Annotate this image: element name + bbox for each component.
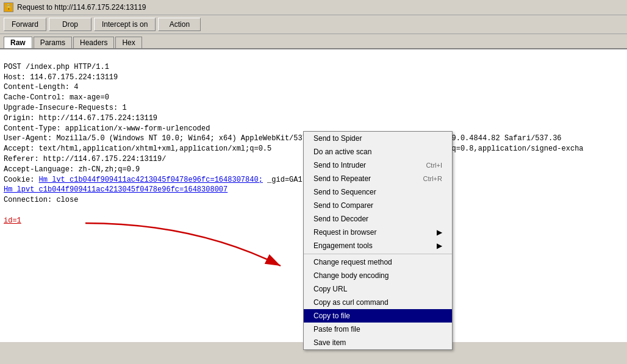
menu-item-save-item[interactable]: Save item <box>304 336 452 349</box>
menu-item-label: Send to Repeater <box>314 174 371 183</box>
body-param: id=1 <box>4 216 21 225</box>
connection-line: Connection: close <box>4 196 78 204</box>
menu-item-send-to-spider[interactable]: Send to Spider <box>304 132 452 145</box>
arrow-indicator <box>73 211 305 284</box>
menu-item-copy-url[interactable]: Copy URL <box>304 282 452 296</box>
menu-item-label: Save item <box>314 338 346 347</box>
menu-item-shortcut: Ctrl+I <box>426 162 442 169</box>
menu-item-do-an-active-scan[interactable]: Do an active scan <box>304 145 452 159</box>
cookie-link1: Hm_lvt_c1b044f909411ac4213045f0478e96fc=… <box>39 176 263 184</box>
tab-headers[interactable]: Headers <box>73 37 114 48</box>
menu-item-change-request-method[interactable]: Change request method <box>304 255 452 269</box>
context-menu: Send to SpiderDo an active scanSend to I… <box>303 131 453 350</box>
menu-item-send-to-comparer[interactable]: Send to Comparer <box>304 199 452 212</box>
request-line1: POST /index.php HTTP/1.1 Host: 114.67.17… <box>4 63 584 184</box>
menu-item-label: Paste from file <box>314 325 360 334</box>
menu-item-label: Request in browser <box>314 228 376 237</box>
tab-params[interactable]: Params <box>34 37 72 48</box>
menu-item-send-to-decoder[interactable]: Send to Decoder <box>304 212 452 226</box>
title-bar: 🔒 Request to http://114.67.175.224:13119 <box>0 0 627 15</box>
menu-item-label: Send to Sequencer <box>314 188 376 196</box>
menu-item-paste-from-file[interactable]: Paste from file <box>304 323 452 336</box>
menu-item-engagement-tools[interactable]: Engagement tools▶ <box>304 239 452 252</box>
tab-hex[interactable]: Hex <box>115 37 142 48</box>
title-text: Request to http://114.67.175.224:13119 <box>17 3 146 12</box>
title-icon: 🔒 <box>4 2 13 12</box>
menu-item-label: Copy as curl command <box>314 298 389 307</box>
menu-separator <box>304 254 452 254</box>
submenu-arrow-icon: ▶ <box>437 228 442 237</box>
menu-item-copy-to-file[interactable]: Copy to file <box>304 309 452 323</box>
intercept-button[interactable]: Intercept is on <box>94 18 156 31</box>
menu-item-send-to-intruder[interactable]: Send to IntruderCtrl+I <box>304 159 452 172</box>
menu-item-copy-as-curl-command[interactable]: Copy as curl command <box>304 296 452 309</box>
forward-button[interactable]: Forward <box>4 18 46 31</box>
toolbar: Forward Drop Intercept is on Action <box>0 15 627 34</box>
menu-item-label: Change request method <box>314 258 392 266</box>
menu-item-label: Engagement tools <box>314 241 373 250</box>
menu-item-change-body-encoding[interactable]: Change body encoding <box>304 269 452 282</box>
menu-item-shortcut: Ctrl+R <box>423 175 442 182</box>
action-button[interactable]: Action <box>158 18 201 31</box>
submenu-arrow-icon: ▶ <box>437 241 442 250</box>
menu-item-send-to-sequencer[interactable]: Send to Sequencer <box>304 185 452 199</box>
menu-item-label: Send to Comparer <box>314 201 373 210</box>
menu-item-label: Send to Decoder <box>314 215 368 223</box>
menu-item-label: Send to Intruder <box>314 161 366 170</box>
menu-item-request-in-browser[interactable]: Request in browser▶ <box>304 226 452 239</box>
menu-item-send-to-repeater[interactable]: Send to RepeaterCtrl+R <box>304 172 452 185</box>
menu-item-label: Do an active scan <box>314 148 371 156</box>
tab-raw[interactable]: Raw <box>4 37 32 48</box>
drop-button[interactable]: Drop <box>49 18 91 31</box>
menu-item-label: Change body encoding <box>314 271 389 280</box>
menu-item-label: Copy URL <box>314 285 347 293</box>
tabs-bar: Raw Params Headers Hex <box>0 34 627 49</box>
menu-item-label: Send to Spider <box>314 134 362 143</box>
menu-item-label: Copy to file <box>314 312 350 320</box>
cookie-link2: Hm_lpvt_c1b044f909411ac4213045f0478e96fc… <box>4 185 228 194</box>
